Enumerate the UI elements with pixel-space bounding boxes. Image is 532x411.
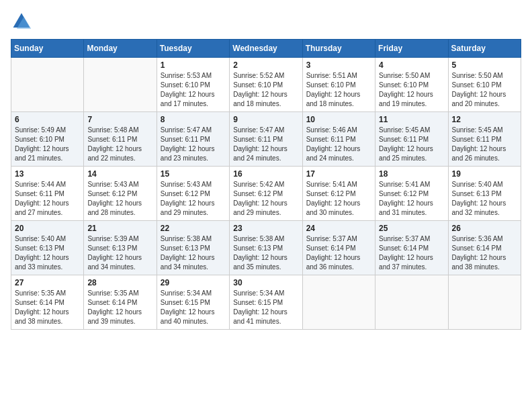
day-number: 7 (87, 115, 152, 124)
day-number: 18 (379, 169, 444, 179)
calendar-header-row: SundayMondayTuesdayWednesdayThursdayFrid… (11, 40, 521, 58)
day-cell-25: 25Sunrise: 5:37 AM Sunset: 6:14 PM Dayli… (375, 221, 448, 275)
day-number: 20 (15, 224, 80, 233)
day-info: Sunrise: 5:50 AM Sunset: 6:10 PM Dayligh… (452, 71, 517, 109)
day-cell-21: 21Sunrise: 5:39 AM Sunset: 6:13 PM Dayli… (84, 221, 157, 275)
day-info: Sunrise: 5:45 AM Sunset: 6:11 PM Dayligh… (379, 126, 444, 163)
week-row-4: 20Sunrise: 5:40 AM Sunset: 6:13 PM Dayli… (11, 221, 521, 275)
day-number: 10 (306, 115, 371, 124)
day-info: Sunrise: 5:45 AM Sunset: 6:11 PM Dayligh… (452, 126, 517, 163)
day-cell-2: 2Sunrise: 5:52 AM Sunset: 6:10 PM Daylig… (230, 58, 302, 112)
day-number: 27 (15, 278, 80, 287)
day-info: Sunrise: 5:43 AM Sunset: 6:12 PM Dayligh… (87, 180, 152, 218)
empty-cell (448, 275, 521, 330)
day-cell-13: 13Sunrise: 5:44 AM Sunset: 6:11 PM Dayli… (11, 167, 84, 221)
day-number: 5 (452, 60, 517, 70)
empty-cell (84, 58, 157, 112)
day-number: 17 (306, 169, 371, 179)
day-number: 12 (452, 115, 517, 124)
day-number: 3 (306, 60, 371, 70)
day-info: Sunrise: 5:49 AM Sunset: 6:10 PM Dayligh… (15, 126, 80, 163)
day-number: 29 (161, 278, 226, 287)
day-cell-16: 16Sunrise: 5:42 AM Sunset: 6:12 PM Dayli… (230, 167, 302, 221)
day-info: Sunrise: 5:52 AM Sunset: 6:10 PM Dayligh… (233, 71, 298, 109)
col-header-monday: Monday (84, 40, 157, 58)
day-cell-26: 26Sunrise: 5:36 AM Sunset: 6:14 PM Dayli… (448, 221, 521, 275)
day-number: 22 (161, 224, 226, 233)
day-cell-10: 10Sunrise: 5:46 AM Sunset: 6:11 PM Dayli… (302, 112, 375, 167)
col-header-wednesday: Wednesday (230, 40, 302, 58)
day-info: Sunrise: 5:43 AM Sunset: 6:12 PM Dayligh… (161, 180, 226, 218)
day-info: Sunrise: 5:46 AM Sunset: 6:11 PM Dayligh… (306, 126, 371, 163)
col-header-thursday: Thursday (302, 40, 375, 58)
day-info: Sunrise: 5:42 AM Sunset: 6:12 PM Dayligh… (233, 180, 298, 218)
day-info: Sunrise: 5:38 AM Sunset: 6:13 PM Dayligh… (161, 234, 226, 272)
day-cell-7: 7Sunrise: 5:48 AM Sunset: 6:11 PM Daylig… (84, 112, 157, 167)
day-cell-17: 17Sunrise: 5:41 AM Sunset: 6:12 PM Dayli… (302, 167, 375, 221)
day-number: 13 (15, 169, 80, 179)
day-cell-15: 15Sunrise: 5:43 AM Sunset: 6:12 PM Dayli… (157, 167, 229, 221)
day-cell-28: 28Sunrise: 5:35 AM Sunset: 6:14 PM Dayli… (84, 275, 157, 330)
logo (11, 11, 35, 32)
empty-cell (11, 58, 84, 112)
day-info: Sunrise: 5:34 AM Sunset: 6:15 PM Dayligh… (161, 289, 226, 326)
day-number: 4 (379, 60, 444, 70)
day-number: 9 (233, 115, 298, 124)
day-number: 14 (87, 169, 152, 179)
day-info: Sunrise: 5:35 AM Sunset: 6:14 PM Dayligh… (15, 289, 80, 326)
day-info: Sunrise: 5:48 AM Sunset: 6:11 PM Dayligh… (87, 126, 152, 163)
day-info: Sunrise: 5:50 AM Sunset: 6:10 PM Dayligh… (379, 71, 444, 109)
day-cell-12: 12Sunrise: 5:45 AM Sunset: 6:11 PM Dayli… (448, 112, 521, 167)
day-number: 6 (15, 115, 80, 124)
week-row-5: 27Sunrise: 5:35 AM Sunset: 6:14 PM Dayli… (11, 275, 521, 330)
day-number: 30 (233, 278, 298, 287)
day-info: Sunrise: 5:53 AM Sunset: 6:10 PM Dayligh… (161, 71, 226, 109)
day-cell-6: 6Sunrise: 5:49 AM Sunset: 6:10 PM Daylig… (11, 112, 84, 167)
day-number: 8 (161, 115, 226, 124)
day-info: Sunrise: 5:44 AM Sunset: 6:11 PM Dayligh… (15, 180, 80, 218)
day-number: 24 (306, 224, 371, 233)
day-cell-4: 4Sunrise: 5:50 AM Sunset: 6:10 PM Daylig… (375, 58, 448, 112)
week-row-1: 1Sunrise: 5:53 AM Sunset: 6:10 PM Daylig… (11, 58, 521, 112)
day-cell-24: 24Sunrise: 5:37 AM Sunset: 6:14 PM Dayli… (302, 221, 375, 275)
day-cell-9: 9Sunrise: 5:47 AM Sunset: 6:11 PM Daylig… (230, 112, 302, 167)
calendar-table: SundayMondayTuesdayWednesdayThursdayFrid… (11, 39, 521, 330)
day-cell-19: 19Sunrise: 5:40 AM Sunset: 6:13 PM Dayli… (448, 167, 521, 221)
day-cell-29: 29Sunrise: 5:34 AM Sunset: 6:15 PM Dayli… (157, 275, 229, 330)
day-number: 23 (233, 224, 298, 233)
col-header-friday: Friday (375, 40, 448, 58)
day-info: Sunrise: 5:36 AM Sunset: 6:14 PM Dayligh… (452, 234, 517, 272)
day-cell-27: 27Sunrise: 5:35 AM Sunset: 6:14 PM Dayli… (11, 275, 84, 330)
day-number: 25 (379, 224, 444, 233)
day-number: 26 (452, 224, 517, 233)
day-number: 21 (87, 224, 152, 233)
day-info: Sunrise: 5:40 AM Sunset: 6:13 PM Dayligh… (15, 234, 80, 272)
day-info: Sunrise: 5:47 AM Sunset: 6:11 PM Dayligh… (161, 126, 226, 163)
col-header-sunday: Sunday (11, 40, 84, 58)
day-number: 1 (161, 60, 226, 70)
day-cell-8: 8Sunrise: 5:47 AM Sunset: 6:11 PM Daylig… (157, 112, 229, 167)
day-cell-18: 18Sunrise: 5:41 AM Sunset: 6:12 PM Dayli… (375, 167, 448, 221)
day-cell-22: 22Sunrise: 5:38 AM Sunset: 6:13 PM Dayli… (157, 221, 229, 275)
day-number: 2 (233, 60, 298, 70)
day-number: 15 (161, 169, 226, 179)
day-cell-14: 14Sunrise: 5:43 AM Sunset: 6:12 PM Dayli… (84, 167, 157, 221)
day-info: Sunrise: 5:38 AM Sunset: 6:13 PM Dayligh… (233, 234, 298, 272)
week-row-3: 13Sunrise: 5:44 AM Sunset: 6:11 PM Dayli… (11, 167, 521, 221)
day-info: Sunrise: 5:47 AM Sunset: 6:11 PM Dayligh… (233, 126, 298, 163)
day-number: 11 (379, 115, 444, 124)
day-cell-11: 11Sunrise: 5:45 AM Sunset: 6:11 PM Dayli… (375, 112, 448, 167)
col-header-tuesday: Tuesday (157, 40, 229, 58)
week-row-2: 6Sunrise: 5:49 AM Sunset: 6:10 PM Daylig… (11, 112, 521, 167)
logo-icon (11, 11, 32, 32)
day-cell-30: 30Sunrise: 5:34 AM Sunset: 6:15 PM Dayli… (230, 275, 302, 330)
day-info: Sunrise: 5:41 AM Sunset: 6:12 PM Dayligh… (306, 180, 371, 218)
day-cell-5: 5Sunrise: 5:50 AM Sunset: 6:10 PM Daylig… (448, 58, 521, 112)
day-info: Sunrise: 5:37 AM Sunset: 6:14 PM Dayligh… (379, 234, 444, 272)
day-info: Sunrise: 5:35 AM Sunset: 6:14 PM Dayligh… (87, 289, 152, 326)
day-info: Sunrise: 5:51 AM Sunset: 6:10 PM Dayligh… (306, 71, 371, 109)
day-number: 28 (87, 278, 152, 287)
day-number: 19 (452, 169, 517, 179)
day-info: Sunrise: 5:39 AM Sunset: 6:13 PM Dayligh… (87, 234, 152, 272)
page-header (11, 11, 521, 32)
